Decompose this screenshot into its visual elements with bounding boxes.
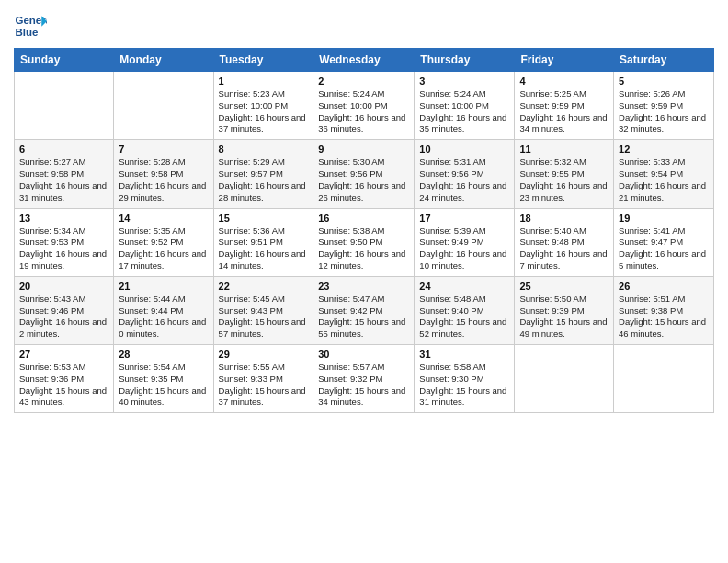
day-number: 31	[419, 349, 509, 360]
calendar-cell: 28Sunrise: 5:54 AMSunset: 9:35 PMDayligh…	[114, 345, 213, 413]
weekday-header-tuesday: Tuesday	[213, 49, 313, 72]
day-number: 24	[419, 281, 509, 292]
day-number: 25	[519, 281, 609, 292]
calendar-cell: 23Sunrise: 5:47 AMSunset: 9:42 PMDayligh…	[313, 276, 415, 344]
day-number: 19	[619, 213, 709, 224]
calendar-cell: 19Sunrise: 5:41 AMSunset: 9:47 PMDayligh…	[614, 208, 714, 276]
day-info: Sunrise: 5:39 AMSunset: 9:49 PMDaylight:…	[419, 225, 509, 272]
calendar-cell: 8Sunrise: 5:29 AMSunset: 9:57 PMDaylight…	[213, 140, 313, 208]
weekday-header-monday: Monday	[114, 49, 213, 72]
day-info: Sunrise: 5:24 AMSunset: 10:00 PMDaylight…	[318, 88, 409, 135]
calendar-cell: 31Sunrise: 5:58 AMSunset: 9:30 PMDayligh…	[415, 345, 515, 413]
calendar-cell: 1Sunrise: 5:23 AMSunset: 10:00 PMDayligh…	[213, 72, 313, 140]
calendar-cell: 15Sunrise: 5:36 AMSunset: 9:51 PMDayligh…	[213, 208, 313, 276]
day-number: 21	[119, 281, 208, 292]
calendar-cell: 14Sunrise: 5:35 AMSunset: 9:52 PMDayligh…	[114, 208, 213, 276]
day-info: Sunrise: 5:38 AMSunset: 9:50 PMDaylight:…	[318, 225, 409, 272]
week-row-3: 13Sunrise: 5:34 AMSunset: 9:53 PMDayligh…	[15, 208, 714, 276]
calendar-cell: 9Sunrise: 5:30 AMSunset: 9:56 PMDaylight…	[313, 140, 415, 208]
day-info: Sunrise: 5:57 AMSunset: 9:32 PMDaylight:…	[318, 362, 409, 408]
page: General Blue SundayMondayTuesdayWednesda…	[0, 0, 728, 563]
day-info: Sunrise: 5:26 AMSunset: 9:59 PMDaylight:…	[619, 88, 709, 135]
calendar-cell	[515, 345, 614, 413]
calendar-cell: 13Sunrise: 5:34 AMSunset: 9:53 PMDayligh…	[15, 208, 114, 276]
day-info: Sunrise: 5:54 AMSunset: 9:35 PMDaylight:…	[119, 362, 208, 408]
calendar-table: SundayMondayTuesdayWednesdayThursdayFrid…	[14, 48, 714, 413]
weekday-header-wednesday: Wednesday	[313, 49, 415, 72]
calendar-cell: 18Sunrise: 5:40 AMSunset: 9:48 PMDayligh…	[515, 208, 614, 276]
day-number: 17	[419, 213, 509, 224]
day-number: 11	[519, 144, 609, 155]
day-info: Sunrise: 5:28 AMSunset: 9:58 PMDaylight:…	[119, 156, 208, 203]
calendar-cell: 29Sunrise: 5:55 AMSunset: 9:33 PMDayligh…	[213, 345, 313, 413]
day-number: 6	[19, 144, 108, 155]
day-info: Sunrise: 5:34 AMSunset: 9:53 PMDaylight:…	[19, 225, 108, 272]
calendar-cell: 27Sunrise: 5:53 AMSunset: 9:36 PMDayligh…	[15, 345, 114, 413]
weekday-header-thursday: Thursday	[415, 49, 515, 72]
day-info: Sunrise: 5:58 AMSunset: 9:30 PMDaylight:…	[419, 362, 509, 408]
logo-svg: General Blue	[14, 9, 47, 42]
day-number: 14	[119, 213, 208, 224]
day-info: Sunrise: 5:25 AMSunset: 9:59 PMDaylight:…	[519, 88, 609, 135]
day-number: 23	[318, 281, 409, 292]
day-number: 30	[318, 349, 409, 360]
calendar-cell: 3Sunrise: 5:24 AMSunset: 10:00 PMDayligh…	[415, 72, 515, 140]
day-info: Sunrise: 5:55 AMSunset: 9:33 PMDaylight:…	[219, 362, 309, 408]
day-number: 3	[419, 75, 509, 86]
day-number: 1	[219, 75, 309, 86]
calendar-cell: 25Sunrise: 5:50 AMSunset: 9:39 PMDayligh…	[515, 276, 614, 344]
day-info: Sunrise: 5:41 AMSunset: 9:47 PMDaylight:…	[619, 225, 709, 272]
day-number: 22	[219, 281, 309, 292]
weekday-header-friday: Friday	[515, 49, 614, 72]
calendar-cell: 21Sunrise: 5:44 AMSunset: 9:44 PMDayligh…	[114, 276, 213, 344]
day-info: Sunrise: 5:45 AMSunset: 9:43 PMDaylight:…	[219, 293, 309, 340]
day-info: Sunrise: 5:50 AMSunset: 9:39 PMDaylight:…	[519, 293, 609, 340]
calendar-cell: 11Sunrise: 5:32 AMSunset: 9:55 PMDayligh…	[515, 140, 614, 208]
week-row-2: 6Sunrise: 5:27 AMSunset: 9:58 PMDaylight…	[15, 140, 714, 208]
day-info: Sunrise: 5:23 AMSunset: 10:00 PMDaylight…	[219, 88, 309, 135]
weekday-header-saturday: Saturday	[614, 49, 714, 72]
day-number: 18	[519, 213, 609, 224]
day-info: Sunrise: 5:48 AMSunset: 9:40 PMDaylight:…	[419, 293, 509, 340]
weekday-header-sunday: Sunday	[15, 49, 114, 72]
day-number: 16	[318, 213, 409, 224]
calendar-cell: 4Sunrise: 5:25 AMSunset: 9:59 PMDaylight…	[515, 72, 614, 140]
day-number: 29	[219, 349, 309, 360]
calendar-cell: 17Sunrise: 5:39 AMSunset: 9:49 PMDayligh…	[415, 208, 515, 276]
calendar-cell	[614, 345, 714, 413]
calendar-cell: 16Sunrise: 5:38 AMSunset: 9:50 PMDayligh…	[313, 208, 415, 276]
calendar-cell: 5Sunrise: 5:26 AMSunset: 9:59 PMDaylight…	[614, 72, 714, 140]
calendar-cell: 12Sunrise: 5:33 AMSunset: 9:54 PMDayligh…	[614, 140, 714, 208]
calendar-cell: 30Sunrise: 5:57 AMSunset: 9:32 PMDayligh…	[313, 345, 415, 413]
day-number: 12	[619, 144, 709, 155]
day-number: 15	[219, 213, 309, 224]
calendar-cell: 2Sunrise: 5:24 AMSunset: 10:00 PMDayligh…	[313, 72, 415, 140]
header: General Blue	[14, 9, 714, 42]
day-number: 4	[519, 75, 609, 86]
logo: General Blue	[14, 9, 21, 42]
calendar-cell	[114, 72, 213, 140]
day-number: 10	[419, 144, 509, 155]
day-number: 7	[119, 144, 208, 155]
day-info: Sunrise: 5:33 AMSunset: 9:54 PMDaylight:…	[619, 156, 709, 203]
weekday-header-row: SundayMondayTuesdayWednesdayThursdayFrid…	[15, 49, 714, 72]
day-info: Sunrise: 5:35 AMSunset: 9:52 PMDaylight:…	[119, 225, 208, 272]
day-info: Sunrise: 5:31 AMSunset: 9:56 PMDaylight:…	[419, 156, 509, 203]
week-row-4: 20Sunrise: 5:43 AMSunset: 9:46 PMDayligh…	[15, 276, 714, 344]
day-number: 8	[219, 144, 309, 155]
day-info: Sunrise: 5:40 AMSunset: 9:48 PMDaylight:…	[519, 225, 609, 272]
day-info: Sunrise: 5:32 AMSunset: 9:55 PMDaylight:…	[519, 156, 609, 203]
calendar-cell: 10Sunrise: 5:31 AMSunset: 9:56 PMDayligh…	[415, 140, 515, 208]
day-number: 5	[619, 75, 709, 86]
calendar-cell: 24Sunrise: 5:48 AMSunset: 9:40 PMDayligh…	[415, 276, 515, 344]
day-info: Sunrise: 5:43 AMSunset: 9:46 PMDaylight:…	[19, 293, 108, 340]
week-row-1: 1Sunrise: 5:23 AMSunset: 10:00 PMDayligh…	[15, 72, 714, 140]
day-number: 9	[318, 144, 409, 155]
day-number: 20	[19, 281, 108, 292]
day-number: 26	[619, 281, 709, 292]
day-info: Sunrise: 5:29 AMSunset: 9:57 PMDaylight:…	[219, 156, 309, 203]
day-info: Sunrise: 5:27 AMSunset: 9:58 PMDaylight:…	[19, 156, 108, 203]
day-info: Sunrise: 5:30 AMSunset: 9:56 PMDaylight:…	[318, 156, 409, 203]
calendar-cell: 22Sunrise: 5:45 AMSunset: 9:43 PMDayligh…	[213, 276, 313, 344]
day-info: Sunrise: 5:36 AMSunset: 9:51 PMDaylight:…	[219, 225, 309, 272]
